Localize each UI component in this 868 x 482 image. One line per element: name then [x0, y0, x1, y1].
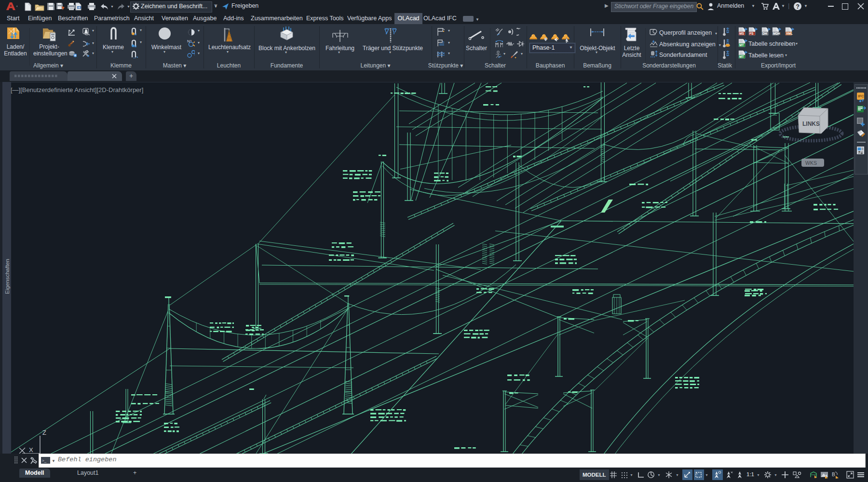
svg-text:IFC: IFC	[858, 94, 864, 98]
svg-text:>_: >_	[42, 458, 47, 463]
svg-text:WKS: WKS	[805, 160, 817, 166]
svg-text:MT: MT	[739, 55, 744, 58]
svg-text:Z: Z	[42, 429, 46, 436]
svg-text:B: B	[832, 472, 835, 477]
svg-text:MS: MS	[739, 32, 744, 35]
svg-text:LINKS: LINKS	[802, 120, 820, 127]
svg-text:XML: XML	[786, 32, 793, 35]
svg-text:b: b	[443, 40, 445, 43]
svg-text:DH: DH	[762, 32, 767, 35]
svg-text:FS: FS	[749, 32, 754, 35]
svg-text:X: X	[29, 446, 33, 454]
svg-text:MT: MT	[739, 43, 744, 47]
svg-text:MDH: MDH	[773, 32, 780, 35]
